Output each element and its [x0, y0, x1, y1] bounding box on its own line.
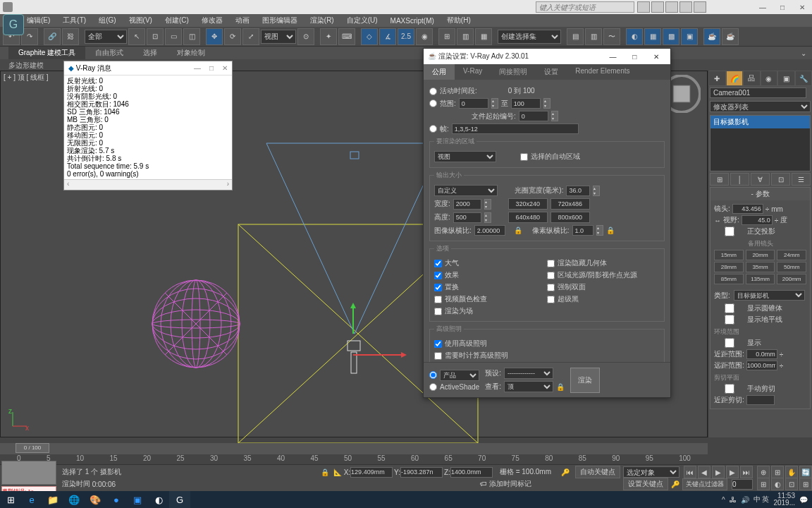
render-setup-button[interactable]: ▦: [644, 28, 661, 45]
anim-nextframe[interactable]: ▶: [726, 466, 739, 478]
near-input[interactable]: [746, 349, 777, 359]
rs-frames-input[interactable]: [452, 123, 579, 134]
nav-4[interactable]: 🔄: [799, 466, 812, 478]
rs-opt-effects[interactable]: [434, 272, 442, 279]
anim-play[interactable]: ▶: [712, 466, 725, 478]
rs-opt-atmos[interactable]: [434, 260, 442, 267]
rs-tab-gi[interactable]: 间接照明: [491, 64, 536, 80]
curve-editor-button[interactable]: 〜: [603, 28, 620, 45]
lens-85[interactable]: 85mm: [714, 274, 744, 284]
ortho-check[interactable]: [714, 226, 745, 236]
coord-y[interactable]: [400, 467, 443, 478]
percentsnap-button[interactable]: 2.5: [398, 28, 414, 45]
lens-15[interactable]: 15mm: [714, 250, 744, 260]
menu-animation[interactable]: 动画: [235, 16, 250, 25]
mirror-button[interactable]: ▥: [457, 28, 474, 45]
rs-radio-range[interactable]: [429, 99, 437, 107]
stack-btn-1[interactable]: ⊞: [710, 173, 729, 186]
search-input[interactable]: [536, 1, 634, 13]
nav-1[interactable]: ⊕: [757, 466, 770, 478]
tab-objectpaint[interactable]: 对象绘制: [167, 47, 215, 59]
spinner-snap-button[interactable]: ◉: [416, 28, 433, 45]
menu-tools[interactable]: 工具(T): [63, 16, 86, 25]
rs-preset-4[interactable]: 800x600: [550, 212, 590, 223]
showhorz-check[interactable]: [714, 315, 745, 325]
coord-x[interactable]: [350, 467, 393, 478]
rs-preset-select[interactable]: -------------: [504, 368, 553, 379]
track-bar[interactable]: 0510152025303540455055606570758085909510…: [0, 454, 708, 464]
link-button[interactable]: 🔗: [44, 28, 61, 45]
menu-create[interactable]: 创建(C): [165, 16, 189, 25]
select-region-button[interactable]: ▭: [165, 28, 182, 45]
lens-24[interactable]: 24mm: [777, 250, 806, 260]
rs-area-select[interactable]: 视图: [434, 151, 496, 162]
rs-preset-2[interactable]: 720x486: [550, 198, 590, 210]
rotate-button[interactable]: ⟳: [224, 28, 241, 45]
tray-vol-icon[interactable]: 🔊: [741, 496, 749, 504]
tb-app1[interactable]: 🎨: [85, 491, 106, 508]
cmd-tab-display[interactable]: ▣: [777, 71, 795, 86]
rs-width[interactable]: [453, 199, 481, 210]
showcone-check[interactable]: [714, 303, 745, 313]
scale-button[interactable]: ⤢: [242, 28, 259, 45]
rs-opt-hidden[interactable]: [547, 260, 555, 267]
lens-input[interactable]: [732, 204, 763, 214]
tb-app4[interactable]: ◐: [148, 491, 169, 508]
cmd-tab-modify[interactable]: 🌈: [726, 71, 744, 86]
menu-group[interactable]: 组(G): [99, 16, 116, 25]
app-menu-button[interactable]: G: [3, 14, 24, 35]
nav-5[interactable]: ⊞: [757, 478, 770, 490]
select-name-button[interactable]: ⊡: [147, 28, 164, 45]
rs-advlight-use[interactable]: [434, 340, 442, 348]
script-thumb[interactable]: [1, 461, 56, 485]
named-selection-set[interactable]: 创建选择集: [498, 30, 561, 44]
qat-btn-3[interactable]: [665, 1, 678, 13]
tray-net-icon[interactable]: 🖧: [730, 496, 737, 504]
rs-radio-frames[interactable]: [429, 125, 437, 133]
setkey-button[interactable]: 设置关键点: [623, 478, 668, 490]
vraymsg-close-button[interactable]: ✕: [222, 64, 228, 72]
rendered-frame-button[interactable]: ▩: [663, 28, 679, 45]
rs-filebase[interactable]: [519, 111, 548, 121]
selection-lock-button[interactable]: ⊞: [438, 28, 455, 45]
nav-8[interactable]: ⊞: [799, 478, 812, 490]
rs-aperture[interactable]: [566, 186, 590, 196]
teapot-button[interactable]: ☕: [722, 28, 739, 45]
menu-maxscript[interactable]: MAXScript(M): [390, 17, 434, 25]
lens-20[interactable]: 20mm: [746, 250, 775, 260]
nearclip-input[interactable]: [746, 395, 775, 405]
menu-edit[interactable]: 编辑(E): [27, 16, 50, 25]
stack-item-camera[interactable]: 目标摄影机: [710, 116, 810, 128]
close-button[interactable]: ✕: [792, 0, 812, 14]
schematic-button[interactable]: ▥: [585, 28, 602, 45]
tb-edge[interactable]: e: [21, 491, 42, 508]
tb-3dsmax[interactable]: G: [169, 491, 190, 508]
tray-lang[interactable]: 中 英: [753, 495, 770, 504]
selection-filter[interactable]: 全部: [85, 30, 127, 44]
coord-z[interactable]: [450, 467, 493, 478]
tray-up-icon[interactable]: ^: [722, 496, 725, 504]
qat-btn-1[interactable]: [637, 1, 650, 13]
anim-gotoend[interactable]: ⏭: [740, 466, 753, 478]
align-button[interactable]: ▦: [475, 28, 492, 45]
rs-auto-area-check[interactable]: [520, 153, 528, 161]
menu-modifiers[interactable]: 修改器: [202, 16, 223, 25]
qat-btn-4[interactable]: [679, 1, 692, 13]
tb-app2[interactable]: ●: [106, 491, 127, 508]
rs-radio-active[interactable]: [429, 87, 437, 95]
show-check[interactable]: [714, 338, 745, 348]
render-production-button[interactable]: ▣: [681, 28, 698, 45]
render-iterative-button[interactable]: ☕: [703, 28, 720, 45]
menu-view[interactable]: 视图(V): [129, 16, 152, 25]
stack-btn-2[interactable]: │: [730, 173, 749, 186]
cmd-tab-motion[interactable]: ◉: [761, 71, 778, 86]
rs-radio-activeshade[interactable]: [429, 383, 437, 391]
lens-35[interactable]: 35mm: [746, 262, 775, 272]
tab-graphite[interactable]: Graphite 建模工具: [8, 47, 85, 59]
select-button[interactable]: ↖: [128, 28, 145, 45]
time-slider-handle[interactable]: 0 / 100: [16, 443, 49, 453]
ribbon-chevron-icon[interactable]: ⌄: [801, 49, 806, 57]
anim-gotostart[interactable]: ⏮: [684, 466, 696, 478]
render-settings-window[interactable]: ☕ 渲染设置: V-Ray Adv 2.30.01 — □ ✕ 公用 V-Ray…: [423, 48, 671, 398]
modifier-list[interactable]: 修改器列表: [710, 101, 811, 112]
